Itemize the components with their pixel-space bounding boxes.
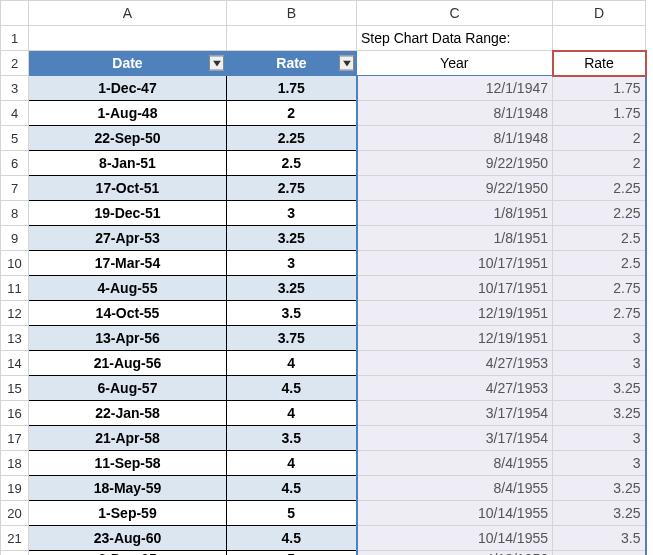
filter-dropdown-icon[interactable] (339, 56, 354, 71)
step-chart-title[interactable]: Step Chart Data Range: (357, 26, 553, 51)
spreadsheet-grid[interactable]: A B C D 1 Step Chart Data Range: 2 Date … (0, 0, 647, 555)
cell[interactable]: 2.25 (553, 201, 646, 226)
cell[interactable]: 8/4/1955 (357, 451, 553, 476)
row-header[interactable]: 11 (1, 276, 29, 301)
cell[interactable]: 1-Dec-47 (29, 76, 227, 101)
cell[interactable]: 3.25 (553, 501, 646, 526)
cell[interactable]: 3 (553, 351, 646, 376)
cell[interactable]: 13-Apr-56 (29, 326, 227, 351)
cell[interactable]: 2.5 (553, 251, 646, 276)
cell[interactable]: 2 (227, 101, 357, 126)
cell[interactable]: 4.5 (227, 376, 357, 401)
row-header[interactable]: 22 (1, 551, 29, 556)
step-header-year[interactable]: Year (357, 51, 553, 76)
cell[interactable]: 9/22/1950 (357, 151, 553, 176)
row-header-2[interactable]: 2 (1, 51, 29, 76)
cell[interactable]: 1.75 (227, 76, 357, 101)
row-header[interactable]: 16 (1, 401, 29, 426)
row-header[interactable]: 4 (1, 101, 29, 126)
row-header[interactable]: 14 (1, 351, 29, 376)
cell[interactable]: 4/27/1953 (357, 376, 553, 401)
cell[interactable]: 5 (227, 501, 357, 526)
col-header-c[interactable]: C (357, 1, 553, 26)
cell[interactable]: 8-Jan-51 (29, 151, 227, 176)
cell[interactable]: 3/17/1954 (357, 426, 553, 451)
cell[interactable]: 8/1/1948 (357, 126, 553, 151)
cell[interactable]: 3.25 (227, 276, 357, 301)
cell[interactable]: 12/19/1951 (357, 301, 553, 326)
row-header[interactable]: 6 (1, 151, 29, 176)
cell[interactable]: 10/17/1951 (357, 276, 553, 301)
cell[interactable]: 27-Apr-53 (29, 226, 227, 251)
cell[interactable]: 18-May-59 (29, 476, 227, 501)
cell[interactable]: 3.75 (227, 326, 357, 351)
row-header[interactable]: 10 (1, 251, 29, 276)
cell[interactable]: 2 (553, 151, 646, 176)
cell[interactable] (29, 26, 227, 51)
cell[interactable] (553, 551, 646, 556)
cell[interactable]: 4 (227, 451, 357, 476)
cell[interactable]: 12/19/1951 (357, 326, 553, 351)
cell[interactable]: 10/14/1955 (357, 526, 553, 551)
cell[interactable]: 3 (227, 201, 357, 226)
cell[interactable]: 14-Oct-55 (29, 301, 227, 326)
cell[interactable] (227, 26, 357, 51)
cell[interactable]: 11-Sep-58 (29, 451, 227, 476)
col-header-b[interactable]: B (227, 1, 357, 26)
step-header-rate[interactable]: Rate (553, 51, 646, 76)
row-header-1[interactable]: 1 (1, 26, 29, 51)
cell[interactable]: 3.25 (553, 476, 646, 501)
cell[interactable]: 22-Jan-58 (29, 401, 227, 426)
cell[interactable]: 4.5 (227, 476, 357, 501)
cell[interactable]: 6-Dec-65 (29, 551, 227, 556)
cell[interactable]: 3.5 (227, 301, 357, 326)
cell[interactable]: 3/17/1954 (357, 401, 553, 426)
cell[interactable]: 21-Aug-56 (29, 351, 227, 376)
cell[interactable]: 1.75 (553, 76, 646, 101)
cell[interactable]: 12/1/1947 (357, 76, 553, 101)
row-header[interactable]: 19 (1, 476, 29, 501)
row-header[interactable]: 12 (1, 301, 29, 326)
select-all-corner[interactable] (1, 1, 29, 26)
cell[interactable]: 2.75 (227, 176, 357, 201)
cell[interactable]: 3 (553, 326, 646, 351)
row-header[interactable]: 8 (1, 201, 29, 226)
col-header-d[interactable]: D (553, 1, 646, 26)
cell[interactable]: 2.25 (553, 176, 646, 201)
cell[interactable]: 2.25 (227, 126, 357, 151)
cell[interactable]: 3.25 (553, 401, 646, 426)
cell[interactable]: 3.5 (553, 526, 646, 551)
cell[interactable]: 8/4/1955 (357, 476, 553, 501)
cell[interactable]: 1.75 (553, 101, 646, 126)
cell[interactable]: 6-Aug-57 (29, 376, 227, 401)
cell[interactable]: 8/1/1948 (357, 101, 553, 126)
cell[interactable]: 2.5 (553, 226, 646, 251)
cell[interactable]: 4.5 (227, 526, 357, 551)
row-header[interactable]: 3 (1, 76, 29, 101)
row-header[interactable]: 18 (1, 451, 29, 476)
cell[interactable]: 4/27/1953 (357, 351, 553, 376)
cell[interactable]: 21-Apr-58 (29, 426, 227, 451)
cell[interactable]: 10/14/1955 (357, 501, 553, 526)
row-header[interactable]: 21 (1, 526, 29, 551)
row-header[interactable]: 17 (1, 426, 29, 451)
cell[interactable]: 3.25 (553, 376, 646, 401)
row-header[interactable]: 7 (1, 176, 29, 201)
cell[interactable]: 3 (553, 451, 646, 476)
cell[interactable]: 10/17/1951 (357, 251, 553, 276)
row-header[interactable]: 9 (1, 226, 29, 251)
cell[interactable]: 3 (553, 426, 646, 451)
table-header-date[interactable]: Date (29, 51, 227, 76)
cell[interactable]: 4-Aug-55 (29, 276, 227, 301)
cell[interactable]: 4/13/1956 (357, 551, 553, 556)
cell[interactable]: 22-Sep-50 (29, 126, 227, 151)
cell[interactable]: 1/8/1951 (357, 201, 553, 226)
row-header[interactable]: 15 (1, 376, 29, 401)
col-header-a[interactable]: A (29, 1, 227, 26)
cell[interactable]: 9/22/1950 (357, 176, 553, 201)
cell[interactable]: 3.5 (227, 426, 357, 451)
cell[interactable]: 2.75 (553, 301, 646, 326)
cell[interactable]: 4 (227, 351, 357, 376)
cell[interactable]: 3 (227, 251, 357, 276)
cell[interactable]: 19-Dec-51 (29, 201, 227, 226)
